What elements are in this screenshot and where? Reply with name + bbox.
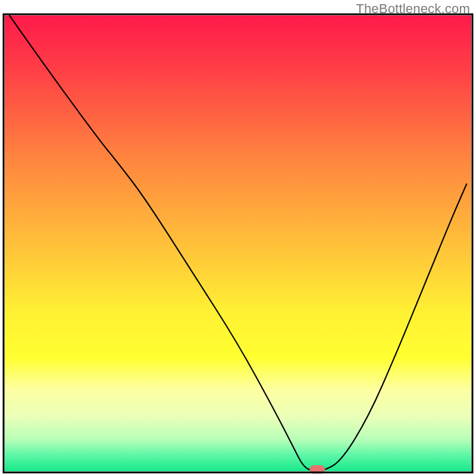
chart-background [5,15,471,471]
watermark-text: TheBottleneck.com [356,1,470,17]
bottleneck-chart: TheBottleneck.com [0,0,476,476]
chart-svg [0,0,476,476]
